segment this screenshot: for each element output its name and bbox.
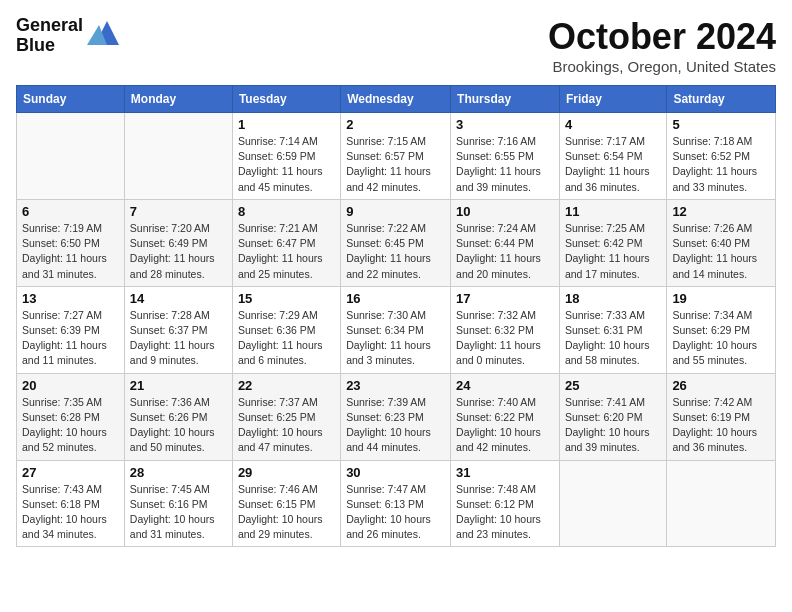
day-info: Sunrise: 7:36 AM Sunset: 6:26 PM Dayligh… [130,395,227,456]
day-cell-24: 24Sunrise: 7:40 AM Sunset: 6:22 PM Dayli… [451,373,560,460]
day-info: Sunrise: 7:47 AM Sunset: 6:13 PM Dayligh… [346,482,445,543]
day-info: Sunrise: 7:43 AM Sunset: 6:18 PM Dayligh… [22,482,119,543]
day-number: 16 [346,291,445,306]
day-info: Sunrise: 7:41 AM Sunset: 6:20 PM Dayligh… [565,395,661,456]
day-info: Sunrise: 7:17 AM Sunset: 6:54 PM Dayligh… [565,134,661,195]
day-cell-31: 31Sunrise: 7:48 AM Sunset: 6:12 PM Dayli… [451,460,560,547]
day-info: Sunrise: 7:25 AM Sunset: 6:42 PM Dayligh… [565,221,661,282]
week-row-3: 13Sunrise: 7:27 AM Sunset: 6:39 PM Dayli… [17,286,776,373]
weekday-header-friday: Friday [559,86,666,113]
day-number: 2 [346,117,445,132]
day-info: Sunrise: 7:34 AM Sunset: 6:29 PM Dayligh… [672,308,770,369]
day-number: 1 [238,117,335,132]
weekday-header-tuesday: Tuesday [232,86,340,113]
day-cell-18: 18Sunrise: 7:33 AM Sunset: 6:31 PM Dayli… [559,286,666,373]
calendar-table: SundayMondayTuesdayWednesdayThursdayFrid… [16,85,776,547]
day-cell-10: 10Sunrise: 7:24 AM Sunset: 6:44 PM Dayli… [451,199,560,286]
day-number: 20 [22,378,119,393]
weekday-header-row: SundayMondayTuesdayWednesdayThursdayFrid… [17,86,776,113]
day-info: Sunrise: 7:39 AM Sunset: 6:23 PM Dayligh… [346,395,445,456]
week-row-1: 1Sunrise: 7:14 AM Sunset: 6:59 PM Daylig… [17,113,776,200]
day-number: 11 [565,204,661,219]
day-number: 3 [456,117,554,132]
day-cell-29: 29Sunrise: 7:46 AM Sunset: 6:15 PM Dayli… [232,460,340,547]
day-cell-6: 6Sunrise: 7:19 AM Sunset: 6:50 PM Daylig… [17,199,125,286]
empty-cell [17,113,125,200]
day-number: 24 [456,378,554,393]
day-cell-22: 22Sunrise: 7:37 AM Sunset: 6:25 PM Dayli… [232,373,340,460]
day-number: 15 [238,291,335,306]
logo-text: General Blue [16,16,83,56]
day-info: Sunrise: 7:40 AM Sunset: 6:22 PM Dayligh… [456,395,554,456]
day-info: Sunrise: 7:32 AM Sunset: 6:32 PM Dayligh… [456,308,554,369]
weekday-header-sunday: Sunday [17,86,125,113]
empty-cell [124,113,232,200]
day-info: Sunrise: 7:28 AM Sunset: 6:37 PM Dayligh… [130,308,227,369]
day-number: 28 [130,465,227,480]
week-row-5: 27Sunrise: 7:43 AM Sunset: 6:18 PM Dayli… [17,460,776,547]
day-info: Sunrise: 7:33 AM Sunset: 6:31 PM Dayligh… [565,308,661,369]
day-cell-1: 1Sunrise: 7:14 AM Sunset: 6:59 PM Daylig… [232,113,340,200]
day-info: Sunrise: 7:14 AM Sunset: 6:59 PM Dayligh… [238,134,335,195]
day-info: Sunrise: 7:30 AM Sunset: 6:34 PM Dayligh… [346,308,445,369]
day-info: Sunrise: 7:26 AM Sunset: 6:40 PM Dayligh… [672,221,770,282]
day-info: Sunrise: 7:21 AM Sunset: 6:47 PM Dayligh… [238,221,335,282]
week-row-2: 6Sunrise: 7:19 AM Sunset: 6:50 PM Daylig… [17,199,776,286]
day-cell-26: 26Sunrise: 7:42 AM Sunset: 6:19 PM Dayli… [667,373,776,460]
day-cell-2: 2Sunrise: 7:15 AM Sunset: 6:57 PM Daylig… [341,113,451,200]
day-cell-4: 4Sunrise: 7:17 AM Sunset: 6:54 PM Daylig… [559,113,666,200]
day-info: Sunrise: 7:27 AM Sunset: 6:39 PM Dayligh… [22,308,119,369]
day-number: 23 [346,378,445,393]
day-info: Sunrise: 7:16 AM Sunset: 6:55 PM Dayligh… [456,134,554,195]
day-number: 18 [565,291,661,306]
day-cell-15: 15Sunrise: 7:29 AM Sunset: 6:36 PM Dayli… [232,286,340,373]
day-number: 6 [22,204,119,219]
day-info: Sunrise: 7:35 AM Sunset: 6:28 PM Dayligh… [22,395,119,456]
empty-cell [559,460,666,547]
day-number: 12 [672,204,770,219]
day-cell-12: 12Sunrise: 7:26 AM Sunset: 6:40 PM Dayli… [667,199,776,286]
empty-cell [667,460,776,547]
location-subtitle: Brookings, Oregon, United States [548,58,776,75]
day-number: 25 [565,378,661,393]
day-number: 31 [456,465,554,480]
logo: General Blue [16,16,123,56]
day-number: 14 [130,291,227,306]
title-block: October 2024 Brookings, Oregon, United S… [548,16,776,75]
day-cell-11: 11Sunrise: 7:25 AM Sunset: 6:42 PM Dayli… [559,199,666,286]
day-number: 30 [346,465,445,480]
day-cell-19: 19Sunrise: 7:34 AM Sunset: 6:29 PM Dayli… [667,286,776,373]
day-number: 27 [22,465,119,480]
page-header: General Blue October 2024 Brookings, Ore… [16,16,776,75]
day-cell-13: 13Sunrise: 7:27 AM Sunset: 6:39 PM Dayli… [17,286,125,373]
day-cell-25: 25Sunrise: 7:41 AM Sunset: 6:20 PM Dayli… [559,373,666,460]
day-cell-9: 9Sunrise: 7:22 AM Sunset: 6:45 PM Daylig… [341,199,451,286]
day-number: 17 [456,291,554,306]
day-cell-20: 20Sunrise: 7:35 AM Sunset: 6:28 PM Dayli… [17,373,125,460]
weekday-header-wednesday: Wednesday [341,86,451,113]
weekday-header-monday: Monday [124,86,232,113]
day-info: Sunrise: 7:45 AM Sunset: 6:16 PM Dayligh… [130,482,227,543]
day-info: Sunrise: 7:29 AM Sunset: 6:36 PM Dayligh… [238,308,335,369]
day-info: Sunrise: 7:20 AM Sunset: 6:49 PM Dayligh… [130,221,227,282]
day-cell-23: 23Sunrise: 7:39 AM Sunset: 6:23 PM Dayli… [341,373,451,460]
day-cell-27: 27Sunrise: 7:43 AM Sunset: 6:18 PM Dayli… [17,460,125,547]
day-info: Sunrise: 7:48 AM Sunset: 6:12 PM Dayligh… [456,482,554,543]
day-cell-14: 14Sunrise: 7:28 AM Sunset: 6:37 PM Dayli… [124,286,232,373]
day-number: 8 [238,204,335,219]
day-number: 7 [130,204,227,219]
day-info: Sunrise: 7:24 AM Sunset: 6:44 PM Dayligh… [456,221,554,282]
day-number: 9 [346,204,445,219]
day-cell-17: 17Sunrise: 7:32 AM Sunset: 6:32 PM Dayli… [451,286,560,373]
day-cell-16: 16Sunrise: 7:30 AM Sunset: 6:34 PM Dayli… [341,286,451,373]
day-info: Sunrise: 7:42 AM Sunset: 6:19 PM Dayligh… [672,395,770,456]
day-number: 19 [672,291,770,306]
day-number: 4 [565,117,661,132]
day-cell-30: 30Sunrise: 7:47 AM Sunset: 6:13 PM Dayli… [341,460,451,547]
week-row-4: 20Sunrise: 7:35 AM Sunset: 6:28 PM Dayli… [17,373,776,460]
day-cell-3: 3Sunrise: 7:16 AM Sunset: 6:55 PM Daylig… [451,113,560,200]
day-cell-21: 21Sunrise: 7:36 AM Sunset: 6:26 PM Dayli… [124,373,232,460]
weekday-header-saturday: Saturday [667,86,776,113]
day-number: 21 [130,378,227,393]
day-info: Sunrise: 7:37 AM Sunset: 6:25 PM Dayligh… [238,395,335,456]
